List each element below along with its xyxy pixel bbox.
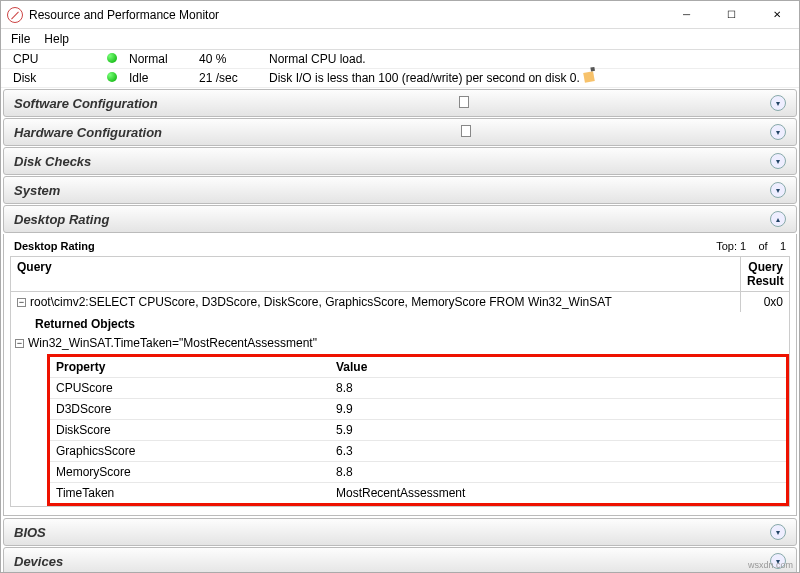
- query-column-header: Query: [11, 257, 741, 292]
- property-table: Property Value CPUScore8.8 D3DScore9.9 D…: [50, 357, 786, 503]
- table-row: TimeTakenMostRecentAssessment: [50, 483, 786, 504]
- watermark: wsxdn.com: [748, 560, 793, 570]
- query-table: Query Query Result − root\cimv2:SELECT C…: [10, 256, 790, 507]
- menubar: File Help: [1, 29, 799, 50]
- tree-collapse-icon[interactable]: −: [15, 339, 24, 348]
- document-icon: [459, 96, 469, 108]
- table-row: DiskScore5.9: [50, 420, 786, 441]
- result-column-header: Query Result: [741, 257, 789, 292]
- disk-label: Disk: [1, 69, 101, 88]
- returned-objects-block: Returned Objects − Win32_WinSAT.TimeTake…: [31, 314, 789, 506]
- cpu-row: CPU Normal 40 % Normal CPU load.: [1, 50, 799, 69]
- document-icon: [461, 125, 471, 137]
- chevron-up-icon[interactable]: ▴: [770, 211, 786, 227]
- edit-icon[interactable]: [583, 71, 595, 83]
- section-desktop-rating[interactable]: Desktop Rating ▴: [3, 205, 797, 233]
- query-result-value: 0x0: [741, 292, 789, 312]
- chevron-down-icon[interactable]: ▾: [770, 124, 786, 140]
- value-column-header: Value: [330, 357, 786, 378]
- chevron-down-icon[interactable]: ▾: [770, 95, 786, 111]
- table-row: GraphicsScore6.3: [50, 441, 786, 462]
- app-icon: [7, 7, 23, 23]
- disk-status-icon: [101, 69, 123, 88]
- top-status-table: CPU Normal 40 % Normal CPU load. Disk Id…: [1, 50, 799, 88]
- returned-objects-header: Returned Objects: [31, 314, 789, 334]
- disk-status: Idle: [123, 69, 193, 88]
- section-system[interactable]: System ▾: [3, 176, 797, 204]
- panel-title: Desktop Rating: [14, 240, 95, 252]
- cpu-value: 40 %: [193, 50, 263, 69]
- table-row: CPUScore8.8: [50, 378, 786, 399]
- maximize-button[interactable]: ☐: [709, 1, 754, 29]
- cpu-status-icon: [101, 50, 123, 69]
- window-controls: ─ ☐ ✕: [664, 1, 799, 29]
- property-column-header: Property: [50, 357, 330, 378]
- tree-collapse-icon[interactable]: −: [17, 298, 26, 307]
- object-row[interactable]: − Win32_WinSAT.TimeTaken="MostRecentAsse…: [11, 334, 789, 352]
- chevron-down-icon[interactable]: ▾: [770, 153, 786, 169]
- disk-value: 21 /sec: [193, 69, 263, 88]
- disk-row: Disk Idle 21 /sec Disk I/O is less than …: [1, 69, 799, 88]
- chevron-down-icon[interactable]: ▾: [770, 182, 786, 198]
- disk-message: Disk I/O is less than 100 (read/write) p…: [263, 69, 799, 88]
- chevron-down-icon[interactable]: ▾: [770, 524, 786, 540]
- table-row: D3DScore9.9: [50, 399, 786, 420]
- window-title: Resource and Performance Monitor: [29, 8, 664, 22]
- query-row[interactable]: − root\cimv2:SELECT CPUScore, D3DScore, …: [11, 292, 789, 312]
- section-disk-checks[interactable]: Disk Checks ▾: [3, 147, 797, 175]
- menu-file[interactable]: File: [11, 32, 30, 46]
- top-of-indicator: Top: 1 of 1: [716, 240, 786, 252]
- close-button[interactable]: ✕: [754, 1, 799, 29]
- highlighted-property-table: Property Value CPUScore8.8 D3DScore9.9 D…: [47, 354, 789, 506]
- titlebar: Resource and Performance Monitor ─ ☐ ✕: [1, 1, 799, 29]
- cpu-label: CPU: [1, 50, 101, 69]
- minimize-button[interactable]: ─: [664, 1, 709, 29]
- cpu-message: Normal CPU load.: [263, 50, 799, 69]
- menu-help[interactable]: Help: [44, 32, 69, 46]
- query-text: root\cimv2:SELECT CPUScore, D3DScore, Di…: [30, 295, 612, 309]
- table-row: MemoryScore8.8: [50, 462, 786, 483]
- section-software-configuration[interactable]: Software Configuration ▾: [3, 89, 797, 117]
- section-hardware-configuration[interactable]: Hardware Configuration ▾: [3, 118, 797, 146]
- cpu-status: Normal: [123, 50, 193, 69]
- section-bios[interactable]: BIOS ▾: [3, 518, 797, 546]
- desktop-rating-panel: Desktop Rating Top: 1 of 1 Query Query R…: [3, 234, 797, 516]
- section-devices[interactable]: Devices ▾: [3, 547, 797, 573]
- rating-summary: Desktop Rating Top: 1 of 1: [10, 238, 790, 256]
